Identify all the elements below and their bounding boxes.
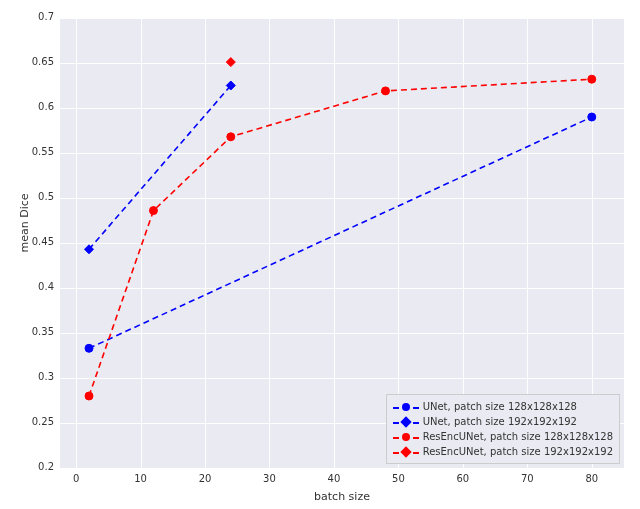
circle-marker-icon [149,207,157,215]
legend-label: UNet, patch size 128x128x128 [423,401,577,412]
legend: UNet, patch size 128x128x128 UNet, patch… [386,394,620,464]
x-tick-label: 30 [254,473,284,484]
y-axis-label: mean Dice [18,173,31,273]
figure: batch size mean Dice UNet, patch size 12… [0,0,640,509]
circle-marker-icon [588,113,596,121]
legend-entry: UNet, patch size 128x128x128 [393,399,613,414]
y-tick-label: 0.4 [18,281,54,292]
x-tick-label: 20 [190,473,220,484]
y-tick-label: 0.25 [18,416,54,427]
y-tick-label: 0.7 [18,11,54,22]
legend-label: ResEncUNet, patch size 128x128x128 [423,431,613,442]
y-tick-label: 0.35 [18,326,54,337]
x-axis-label: batch size [292,490,392,503]
x-tick-label: 0 [61,473,91,484]
series-line [89,86,231,250]
legend-sample [393,416,419,428]
x-tick-label: 60 [448,473,478,484]
legend-sample [393,431,419,443]
y-tick-label: 0.6 [18,101,54,112]
x-tick-label: 10 [126,473,156,484]
series-line [89,117,592,348]
series-line [89,79,592,396]
circle-marker-icon [85,344,93,352]
circle-marker-icon [402,403,410,411]
diamond-marker-icon [226,58,235,67]
circle-marker-icon [402,433,410,441]
legend-label: UNet, patch size 192x192x192 [423,416,577,427]
y-tick-label: 0.55 [18,146,54,157]
x-tick-label: 80 [577,473,607,484]
y-tick-label: 0.45 [18,236,54,247]
legend-entry: ResEncUNet, patch size 128x128x128 [393,429,613,444]
x-tick-label: 50 [383,473,413,484]
x-tick-label: 70 [512,473,542,484]
x-tick-label: 40 [319,473,349,484]
diamond-marker-icon [400,416,411,427]
legend-sample [393,401,419,413]
legend-label: ResEncUNet, patch size 192x192x192 [423,446,613,457]
circle-marker-icon [85,392,93,400]
legend-entry: UNet, patch size 192x192x192 [393,414,613,429]
y-tick-label: 0.2 [18,461,54,472]
diamond-marker-icon [400,446,411,457]
y-tick-label: 0.5 [18,191,54,202]
circle-marker-icon [227,133,235,141]
legend-entry: ResEncUNet, patch size 192x192x192 [393,444,613,459]
legend-sample [393,446,419,458]
circle-marker-icon [588,75,596,83]
y-tick-label: 0.3 [18,371,54,382]
circle-marker-icon [382,87,390,95]
y-tick-label: 0.65 [18,56,54,67]
